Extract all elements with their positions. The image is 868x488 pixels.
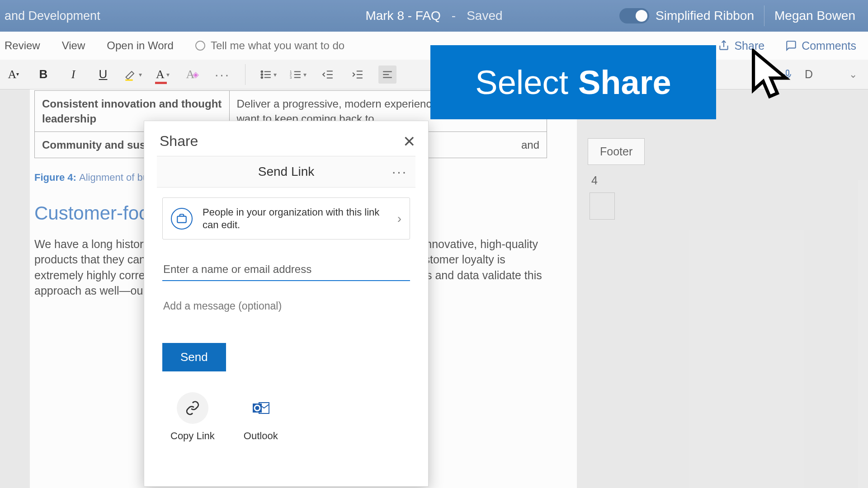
- copy-link-button[interactable]: Copy Link: [170, 392, 215, 442]
- share-dialog-title: Share: [160, 133, 198, 150]
- svg-marker-28: [754, 51, 786, 97]
- tutorial-callout: Select Share: [430, 45, 716, 119]
- more-options-button[interactable]: ···: [392, 164, 407, 179]
- recipient-input[interactable]: [162, 258, 410, 281]
- link-icon: [177, 392, 208, 424]
- send-button[interactable]: Send: [162, 343, 226, 371]
- outlook-icon: [245, 392, 277, 424]
- link-scope-text: People in your organization with this li…: [203, 206, 387, 231]
- message-input[interactable]: [162, 298, 410, 314]
- send-link-header: Send Link ···: [157, 156, 415, 188]
- close-icon[interactable]: ✕: [403, 134, 415, 149]
- send-link-label: Send Link: [258, 164, 315, 179]
- svg-rect-24: [177, 216, 186, 222]
- outlook-button[interactable]: Outlook: [244, 392, 278, 442]
- callout-bold: Share: [578, 63, 671, 102]
- demo-cursor-icon: [749, 49, 793, 103]
- copy-link-label: Copy Link: [170, 430, 215, 442]
- chevron-right-icon: ›: [397, 211, 401, 226]
- briefcase-icon: [171, 208, 193, 230]
- share-dialog: Share ✕ Send Link ··· People in your org…: [144, 121, 429, 487]
- callout-prefix: Select: [475, 63, 568, 102]
- outlook-label: Outlook: [244, 430, 278, 442]
- link-scope-button[interactable]: People in your organization with this li…: [162, 197, 410, 239]
